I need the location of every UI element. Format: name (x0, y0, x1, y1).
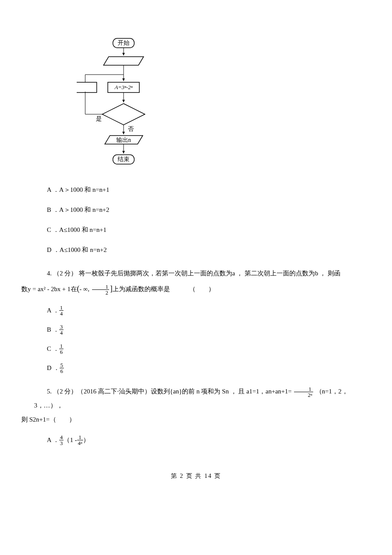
q4-optA-frac: 14 (59, 305, 64, 316)
svg-text:是: 是 (96, 116, 102, 122)
q5-optA-mid: （1 - (63, 435, 77, 445)
flowchart-svg: 开始 A=3ⁿ-2ⁿ 是 否 输出n 结束 (77, 36, 162, 168)
q4-stem: 4. （2 分） 将一枚骰子先后抛掷两次，若第一次朝上一面的点数为a ， 第二次… (34, 266, 358, 298)
q5-optA-frac1: 43 (59, 434, 64, 446)
q4-stem-line2a: 数y = ax² - 2bx + 1在 (21, 286, 77, 292)
q5-optA-prefix: A ． (47, 435, 59, 445)
q4-optC-frac: 16 (59, 343, 64, 355)
q4-option-b: B ． 34 (47, 324, 358, 335)
q4-optD-frac: 56 (60, 362, 64, 374)
q5-optA-end: ） (83, 435, 89, 445)
svg-rect-13 (77, 82, 97, 92)
svg-text:A=3ⁿ-2ⁿ: A=3ⁿ-2ⁿ (114, 84, 133, 90)
q3-option-b: B ．A＞1000 和 n=n+2 (47, 204, 358, 216)
q3-option-a: A ．A＞1000 和 n=n+1 (47, 184, 358, 196)
svg-text:结束: 结束 (118, 156, 130, 162)
svg-marker-9 (102, 104, 145, 125)
q4-option-c: C ． 16 (47, 343, 358, 355)
q3-option-c: C ．A≤1000 和 n=n+1 (47, 224, 358, 236)
q5-stem: 5. （2 分）（2016 高二下·汕头期中）设数列{an}的前 n 项和为 S… (34, 384, 358, 427)
q5-frac1: 12ⁿ (294, 386, 313, 398)
page-footer: 第 2 页 共 14 页 (34, 471, 358, 480)
q4-interval-left: - ∞, (80, 286, 89, 292)
q4-optB-frac: 34 (59, 324, 64, 335)
svg-text:否: 否 (128, 126, 134, 132)
q4-interval-frac: 12 (92, 284, 110, 295)
q4-optC-prefix: C ． (47, 344, 59, 354)
q4-stem-line2b: 上为减函数的概率是 （ ） (112, 286, 215, 292)
q5-stem-2: 则 S2n+1=（ ） (21, 416, 75, 423)
q4-optA-prefix: A ． (47, 306, 59, 315)
q4-optD-prefix: D ． (47, 363, 60, 373)
svg-marker-3 (104, 57, 144, 65)
q5-stem-1a: 5. （2 分）（2016 高二下·汕头期中）设数列{an}的前 n 项和为 S… (47, 388, 293, 395)
q5-optA-frac2: 14ⁿ (77, 434, 84, 446)
svg-text:开始: 开始 (118, 40, 130, 46)
q5-option-a: A ． 43 （1 - 14ⁿ ） (47, 434, 358, 446)
q4-option-d: D ． 56 (47, 362, 358, 374)
q4-option-a: A ． 14 (47, 305, 358, 316)
svg-text:输出n: 输出n (116, 137, 131, 143)
q4-stem-line1: 4. （2 分） 将一枚骰子先后抛掷两次，若第一次朝上一面的点数为a ， 第二次… (47, 270, 340, 277)
q3-option-d: D ．A≤1000 和 n=n+2 (47, 244, 358, 256)
q4-optB-prefix: B ． (47, 325, 59, 335)
flowchart: 开始 A=3ⁿ-2ⁿ 是 否 输出n 结束 (77, 36, 358, 171)
